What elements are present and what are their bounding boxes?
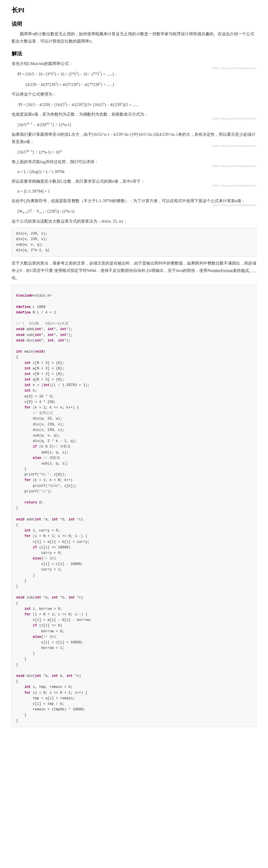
output-note: 至于大数运算的算法，请参考之前的文章，必须注意的是在输出时，由于是输出阵列中的整… [12, 259, 256, 282]
general-term-formula: [16/52n−1 − 4/2392n−1] / (2*n-1) https:/… [18, 120, 256, 129]
section-description-heading: 说明 [12, 21, 256, 27]
simplify-label: 可以将这个公式整理为： [12, 91, 256, 98]
simplified-formula: PI = [16/5 − 4/239] − [16/(53) − 4/(2393… [18, 100, 256, 109]
log-formula: n = L / (2log5) = L / 1.39794 https://bl… [18, 168, 256, 176]
algo-steps-label: 这个公式的算法适配合大数运算方式的算算法为：div(w, 25, w)： [12, 218, 256, 225]
term-n-formula: [16/52n−1] / (2*n-1) = 10-L https://blog… [18, 148, 256, 156]
marchin-formula-1: PI = [16/5 − 16 / (3*53) + 16 / (5*55) −… [18, 70, 256, 79]
main-code: #include<stdio.h> #define L 1000 #define… [12, 284, 256, 727]
section-algorithm-heading: 解法 [12, 50, 256, 57]
formula-pi-label: PI = [16/5 − 16 / (3*53) + 16 / (5*55) −… [18, 72, 117, 76]
watermark-5: https://blog.csdn.net/longmao1tan [213, 182, 256, 188]
watermark-3: https://blog.csdn.net/longmao1tan [213, 143, 256, 149]
page-title: 长PI [12, 6, 256, 14]
watermark-1: https://blog.csdn.net/longmao1tan [213, 65, 256, 71]
nth-term-formula: n = [L/1.39794] + 1 https://blog.csdn.ne… [18, 187, 256, 195]
watermark-7: https://blog.csdn.net/longmao1tan [213, 269, 256, 275]
marchin-formula-2: [4/239 − 4/(3*2393) + 4/(5*2395) − 4/(7*… [18, 80, 256, 89]
watermark-2: https://blog.csdn.net/longmao1tan [213, 115, 256, 122]
watermark-4: https://blog.csdn.net/longmao1tan [213, 163, 256, 169]
algo-formula: [Wn−1/52 − Vn−1 / (2392)] / (2*n-1) http… [18, 207, 256, 216]
algorithm-steps-code: div(v, 239, v); div(v, 239, v); sub(w, v… [12, 228, 256, 257]
description-paragraph: 圆周率π的小数位数是无止境的，如何使用电脑来计算这无止境的小数是一些数学家与程序… [12, 30, 256, 45]
floor-label: 在此中[]为离斯符号，也就是取至整数（不大于L/1.39794的整数）；为了计算… [12, 197, 256, 205]
